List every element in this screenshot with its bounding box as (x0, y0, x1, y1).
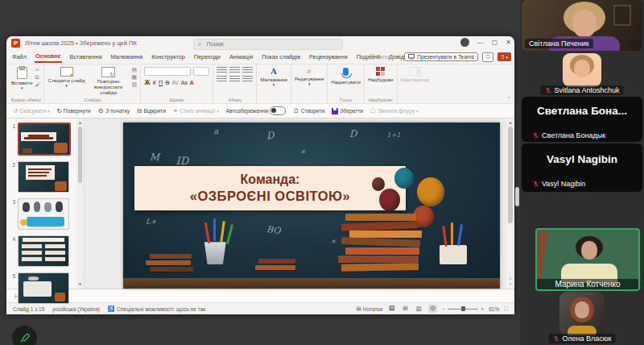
paste-button[interactable]: Вставити▾ (11, 67, 32, 91)
animation-styles-button[interactable]: ✦Стилі анімації▾ (173, 108, 219, 114)
align-center-icon[interactable] (229, 76, 240, 83)
fit-slide-button[interactable]: ⛶ (504, 306, 508, 312)
strikethrough-button[interactable]: S (165, 79, 169, 86)
character-spacing-icon[interactable]: AV (171, 80, 178, 85)
columns-icon[interactable] (242, 76, 253, 83)
slide-thumbnail-2[interactable] (18, 161, 69, 193)
annotate-button[interactable] (12, 326, 37, 345)
addins-button[interactable]: Надбудови (368, 67, 394, 82)
font-color-icon[interactable]: А (190, 79, 194, 86)
change-case-icon[interactable]: Aa (181, 80, 188, 85)
tab-home[interactable]: Основне (35, 51, 62, 63)
ribbon: Вставити▾ ✂ ⧉ 🖌 Буфер обміну Створити сл… (6, 64, 514, 103)
participant-tile-svitlana-antoshchuk[interactable]: Svitlana Antoshchuk (522, 53, 642, 95)
tab-file[interactable]: Файл (11, 52, 27, 62)
tab-slideshow[interactable]: Показ слайдів (261, 52, 301, 62)
tab-draw[interactable]: Малювання (109, 52, 143, 62)
status-language[interactable]: російська (Україна) (52, 306, 100, 312)
underline-button[interactable]: П (159, 79, 163, 86)
search-box[interactable]: ⌕ (193, 39, 343, 50)
cut-icon[interactable]: ✂ (35, 67, 40, 73)
designer-button[interactable]: Конструктор (401, 67, 429, 82)
balloon (372, 177, 385, 191)
editor-scrollbar[interactable]: ▲ ˄ ˅ (506, 118, 514, 289)
scroll-up-icon[interactable]: ▲ (508, 120, 513, 125)
view-normal-button[interactable]: 🖽 (387, 305, 397, 313)
open-button[interactable]: ⊟Відкрити (137, 108, 166, 114)
view-reading-button[interactable]: ▥ (415, 305, 423, 313)
tab-design[interactable]: Конструктор (151, 52, 186, 62)
copy-icon[interactable]: ⧉ (35, 74, 40, 80)
indent-icon[interactable] (242, 67, 253, 74)
account-avatar[interactable] (460, 38, 469, 47)
collapse-ribbon-icon[interactable]: ⌄ (506, 94, 511, 100)
scroll-down-icon[interactable]: ▼ (78, 282, 83, 287)
zoom-slider[interactable] (448, 309, 478, 310)
format-painter-icon[interactable]: 🖌 (35, 81, 40, 87)
zoom-out-button[interactable]: − (442, 306, 445, 312)
reset-icon[interactable]: ▦ (132, 74, 138, 80)
tab-review[interactable]: Рецензування (308, 52, 349, 62)
slide-thumbnail-1[interactable] (18, 123, 71, 156)
tab-animations[interactable]: Анімація (229, 52, 254, 62)
participant-tile-svetlana-bonadyk[interactable]: Светлана Бона... Светлана Бонадык (522, 97, 642, 142)
participant-tile-svitlana-pechenyk[interactable]: Світлана Печеник (522, 0, 642, 51)
participant-tile-maryna-kotchenko[interactable]: Марина Котченко (535, 228, 640, 291)
search-input[interactable] (204, 40, 304, 48)
book-stack (338, 256, 419, 263)
next-slide-button[interactable]: ˅ (509, 282, 512, 287)
window-controls: — ▢ ✕ (460, 38, 511, 47)
bullets-icon[interactable] (217, 67, 227, 74)
view-slideshow-button[interactable]: ⯐ (428, 305, 438, 313)
undo-button[interactable]: ↺Скасувати▾ (13, 108, 50, 114)
slide-number: 4 (10, 235, 15, 242)
slide-thumbnail-5[interactable] (18, 272, 69, 304)
tab-transitions[interactable]: Переходи (193, 52, 221, 62)
layout-icon[interactable]: ▤ (132, 67, 138, 73)
thumbnails-scrollbar[interactable]: ▲ ▼ (76, 118, 84, 289)
italic-button[interactable]: К (153, 79, 156, 86)
autosave-toggle[interactable]: Автозбереження (226, 106, 286, 115)
from-beginning-button[interactable]: ⯐З початку (98, 108, 130, 114)
new-file-button[interactable]: 🗋Створити (293, 108, 324, 114)
font-size-select[interactable] (193, 67, 209, 76)
notes-toggle-button[interactable]: ▤ Нотатки (356, 306, 382, 312)
drawing-button[interactable]: A Малювання▾ (260, 67, 287, 88)
panel-drag-handle[interactable] (515, 187, 519, 206)
save-button[interactable]: Зберегти (332, 108, 363, 114)
share-button[interactable]: ⇪▾ (497, 52, 511, 61)
reuse-slides-button[interactable]: Повторно використати слайди (88, 67, 130, 95)
accessibility-status[interactable]: ♿ Спеціальні можливості: щось не так (108, 306, 205, 312)
comments-button[interactable]: 🗨 (482, 52, 493, 62)
numbering-icon[interactable] (229, 67, 240, 74)
scroll-up-icon[interactable]: ▲ (78, 120, 83, 125)
slide-thumbnail-4[interactable] (18, 235, 69, 267)
zoom-level[interactable]: 61% (489, 306, 499, 312)
previous-slide-button[interactable]: ˄ (509, 276, 512, 281)
minimize-button[interactable]: — (477, 39, 484, 46)
record-button[interactable]: Записати (369, 54, 400, 60)
slide-canvas[interactable]: a D D 1+1 M ID ✳ L+ BO × Команда: «ОЗБРО… (123, 123, 500, 289)
restore-button[interactable]: ▢ (492, 39, 498, 46)
chalk-doodle: ID (176, 156, 189, 166)
section-icon[interactable]: ▧ (132, 81, 138, 87)
view-sorter-button[interactable]: ⊞ (402, 305, 410, 313)
slide-number: 1 (10, 123, 15, 129)
redo-button[interactable]: ↻Повернути (57, 108, 91, 114)
new-slide-button[interactable]: Створити слайд▾ (47, 67, 85, 89)
slide-thumbnail-3[interactable] (18, 198, 69, 230)
book-stack (146, 260, 191, 265)
close-button[interactable]: ✕ (506, 39, 511, 46)
editing-button[interactable]: ⌕ Редагування▾ (295, 67, 324, 87)
participant-tile-vasyl-nagibin[interactable]: Vasyl Nagibin Vasyl Nagibin (522, 143, 642, 192)
bold-button[interactable]: Ж (144, 79, 150, 86)
present-in-teams-button[interactable]: Презентувати в Teams (404, 52, 478, 61)
zoom-in-button[interactable]: + (481, 306, 484, 312)
dictate-button[interactable]: Надиктувати (331, 67, 361, 85)
change-shape-button[interactable]: ⬠Змінити фігуру▾ (370, 108, 419, 114)
font-name-select[interactable] (144, 67, 191, 76)
slide-title-banner[interactable]: Команда: «ОЗБРОЄНІ ОСВІТОЮ» (134, 166, 406, 211)
tab-insert[interactable]: Вставлення (69, 52, 103, 62)
align-left-icon[interactable] (217, 76, 227, 83)
participant-tile-olena-vlasiuk[interactable]: Олена Власюк (522, 292, 642, 345)
